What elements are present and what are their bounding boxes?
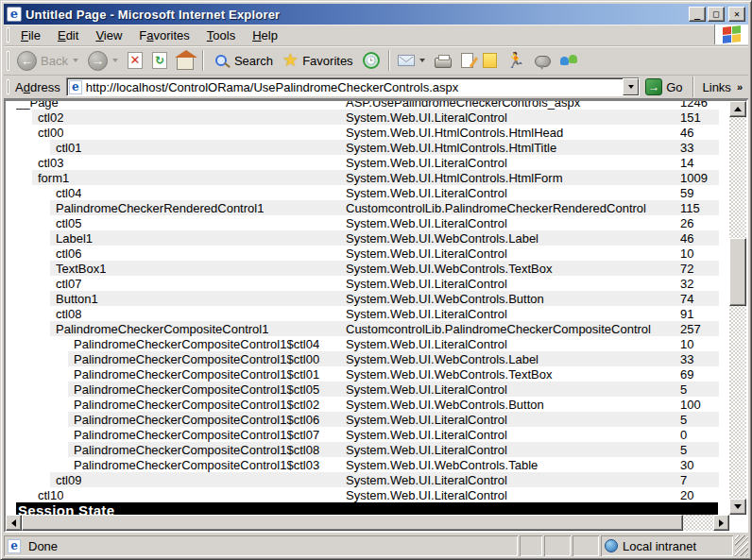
favorites-button[interactable]: ★ Favorites bbox=[278, 48, 358, 73]
table-row: PalindromeCheckerCompositeControl1$ctl06… bbox=[6, 412, 729, 427]
address-grip[interactable] bbox=[7, 79, 9, 95]
menu-favorites[interactable]: Favorites bbox=[130, 25, 197, 45]
status-page-icon: e bbox=[8, 539, 21, 553]
control-type: System.Web.UI.WebControls.Label bbox=[346, 231, 538, 246]
mail-button[interactable] bbox=[393, 48, 430, 73]
table-row: ctl03System.Web.UI.LiteralControl14 bbox=[6, 155, 729, 170]
menu-edit[interactable]: Edit bbox=[49, 25, 87, 45]
discuss-button[interactable] bbox=[530, 48, 555, 73]
horizontal-scroll-thumb[interactable] bbox=[22, 515, 683, 531]
control-id: PalindromeCheckerCompositeControl1$ctl02 bbox=[74, 398, 319, 412]
refresh-icon: ↻ bbox=[152, 52, 167, 69]
stop-icon: ✕ bbox=[128, 52, 143, 69]
control-id: ctl10 bbox=[38, 488, 63, 502]
control-type: System.Web.UI.LiteralControl bbox=[346, 156, 507, 170]
menu-tools[interactable]: Tools bbox=[198, 25, 244, 45]
horizontal-scrollbar[interactable] bbox=[6, 515, 729, 531]
status-pane: e Done bbox=[4, 535, 518, 556]
menu-help[interactable]: Help bbox=[244, 25, 286, 45]
control-id: ctl09 bbox=[56, 473, 81, 487]
maximize-button[interactable]: □ bbox=[708, 7, 725, 22]
render-size: 5 bbox=[680, 413, 687, 427]
forward-dropdown-icon[interactable] bbox=[112, 59, 118, 62]
go-label: Go bbox=[666, 80, 682, 94]
table-row: ctl04System.Web.UI.LiteralControl59 bbox=[6, 185, 729, 200]
status-pane-empty-3 bbox=[573, 535, 599, 556]
control-type: System.Web.UI.LiteralControl bbox=[346, 428, 507, 442]
render-size: 115 bbox=[680, 201, 700, 215]
render-size: 20 bbox=[680, 488, 693, 502]
go-button[interactable]: → Go bbox=[640, 76, 688, 98]
address-dropdown-button[interactable] bbox=[623, 78, 639, 95]
table-row: ctl07System.Web.UI.LiteralControl32 bbox=[6, 276, 729, 291]
minimize-button[interactable]: _ bbox=[689, 7, 706, 22]
favorites-icon: ★ bbox=[282, 52, 299, 69]
home-button[interactable] bbox=[172, 48, 198, 73]
address-input[interactable]: e http://localhost/ControlORama/UsePalin… bbox=[66, 77, 640, 96]
render-size: 151 bbox=[680, 110, 701, 125]
messenger-button[interactable]: 🏃 bbox=[502, 48, 530, 73]
control-id: ctl04 bbox=[56, 186, 81, 200]
mail-dropdown-icon[interactable] bbox=[419, 59, 425, 62]
history-button[interactable]: 🕒 bbox=[358, 48, 385, 73]
control-id: form1 bbox=[38, 171, 69, 185]
notes-button[interactable] bbox=[478, 48, 502, 73]
status-text: Done bbox=[28, 539, 58, 553]
control-type: System.Web.UI.HtmlControls.HtmlForm bbox=[346, 171, 562, 185]
control-id: Label1 bbox=[56, 231, 93, 246]
control-type: System.Web.UI.WebControls.Label bbox=[346, 352, 538, 366]
refresh-button[interactable]: ↻ bbox=[147, 48, 172, 73]
control-type: System.Web.UI.LiteralControl bbox=[346, 110, 507, 125]
menu-view[interactable]: View bbox=[87, 25, 130, 45]
table-row: TextBox1System.Web.UI.WebControls.TextBo… bbox=[6, 261, 729, 276]
control-id: ctl06 bbox=[56, 246, 81, 261]
table-row: Button1System.Web.UI.WebControls.Button7… bbox=[6, 291, 729, 306]
back-dropdown-icon[interactable] bbox=[73, 59, 78, 62]
address-url[interactable]: http://localhost/ControlORama/UsePalindr… bbox=[86, 80, 623, 94]
control-type: System.Web.UI.WebControls.Button bbox=[346, 292, 544, 306]
close-button[interactable]: ✕ bbox=[728, 7, 745, 22]
render-size: 33 bbox=[680, 141, 693, 155]
control-id: PalindromeCheckerCompositeControl1$ctl07 bbox=[74, 428, 319, 442]
status-bar: e Done Local intranet bbox=[4, 533, 748, 556]
menu-file[interactable]: File bbox=[12, 25, 49, 45]
address-bar: Address e http://localhost/ControlORama/… bbox=[4, 76, 748, 99]
msn-button[interactable] bbox=[555, 48, 582, 73]
scroll-left-button[interactable] bbox=[6, 515, 22, 531]
scroll-up-button[interactable] bbox=[729, 101, 746, 117]
control-type: CustomcontrolLib.PalindromeCheckerCompos… bbox=[346, 322, 651, 336]
links-label: Links bbox=[703, 80, 731, 94]
print-button[interactable] bbox=[430, 48, 456, 73]
forward-icon: → bbox=[88, 51, 108, 71]
render-size: 14 bbox=[680, 156, 693, 170]
resize-grip[interactable] bbox=[735, 535, 748, 556]
edit-button[interactable] bbox=[456, 48, 478, 73]
vertical-scroll-thumb[interactable] bbox=[729, 238, 746, 306]
render-size: 72 bbox=[680, 262, 693, 276]
stop-button[interactable]: ✕ bbox=[123, 48, 147, 73]
scroll-down-button[interactable] bbox=[729, 499, 746, 515]
search-button[interactable]: Search bbox=[207, 48, 278, 73]
windows-flag-icon bbox=[723, 25, 742, 43]
control-id: __Page bbox=[16, 99, 59, 110]
menu-grip[interactable] bbox=[7, 27, 9, 42]
links-button[interactable]: Links » bbox=[697, 80, 748, 94]
render-size: 46 bbox=[680, 231, 693, 246]
table-row: PalindromeCheckerCompositeControl1$ctl08… bbox=[6, 442, 729, 457]
vertical-scrollbar[interactable] bbox=[729, 101, 746, 515]
control-id: PalindromeCheckerCompositeControl1$ctl01 bbox=[74, 367, 319, 382]
table-row: PalindromeCheckerCompositeControl1$ctl05… bbox=[6, 382, 729, 397]
render-size: 1246 bbox=[680, 99, 708, 110]
forward-button[interactable]: → bbox=[83, 48, 123, 73]
history-icon: 🕒 bbox=[363, 52, 380, 69]
control-id: PalindromeCheckerCompositeControl1$ctl08 bbox=[74, 443, 319, 457]
mail-icon bbox=[398, 55, 415, 66]
scroll-right-button[interactable] bbox=[713, 515, 729, 531]
toolbar-grip[interactable] bbox=[7, 51, 9, 71]
standard-toolbar: ← Back → ✕ ↻ Search ★ Favorites 🕒 🏃 bbox=[4, 46, 748, 76]
back-button[interactable]: ← Back bbox=[12, 48, 83, 73]
control-id: PalindromeCheckerRenderedControl1 bbox=[56, 201, 264, 215]
notes-icon bbox=[483, 53, 497, 68]
render-size: 26 bbox=[680, 216, 693, 230]
control-type: System.Web.UI.LiteralControl bbox=[346, 277, 507, 291]
